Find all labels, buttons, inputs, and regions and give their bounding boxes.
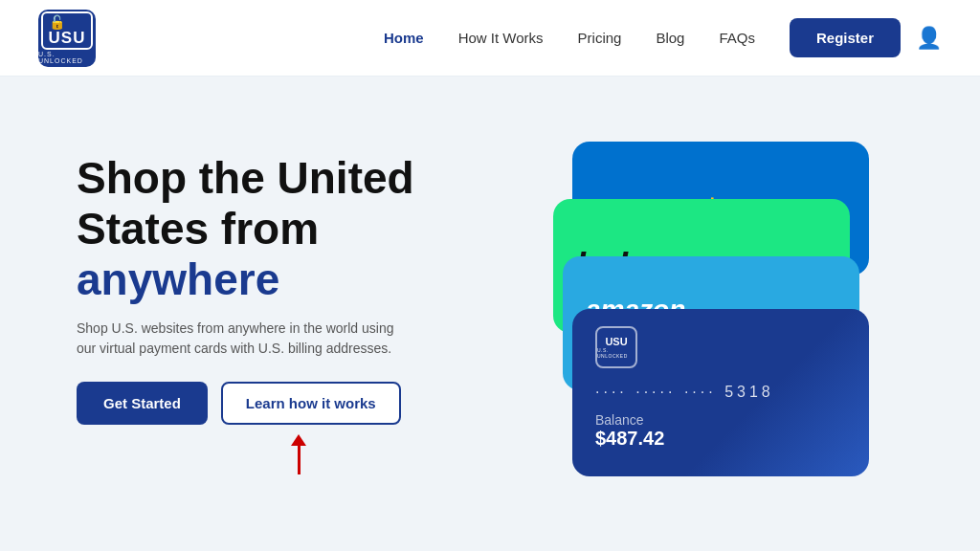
hero-right: Walmart ✳ hulu amazon 〜 USU U.S. UNLOCKE… <box>509 77 903 551</box>
navbar: 🔓 USU U.S. UNLOCKED Home How It Works Pr… <box>0 0 980 77</box>
logo-subtext: U.S. UNLOCKED <box>38 51 96 64</box>
get-started-button[interactable]: Get Started <box>77 382 208 425</box>
hero-buttons: Get Started Learn how it works <box>77 382 471 425</box>
nav-item-home[interactable]: Home <box>384 30 424 47</box>
nav-links: Home How It Works Pricing Blog FAQs <box>384 30 755 47</box>
logo-box: 🔓 USU U.S. UNLOCKED <box>38 10 96 67</box>
user-icon[interactable]: 👤 <box>916 26 942 51</box>
usu-card-logo-sub: U.S. UNLOCKED <box>597 347 635 359</box>
card-number: ···· ····· ···· 5318 <box>595 384 774 401</box>
nav-right: Register 👤 <box>790 18 942 57</box>
logo-text: USU <box>49 30 86 46</box>
hero-headline-line2: States from <box>77 204 319 253</box>
nav-item-pricing[interactable]: Pricing <box>578 30 622 47</box>
nav-link-faqs[interactable]: FAQs <box>719 30 755 46</box>
nav-link-blog[interactable]: Blog <box>656 30 684 46</box>
hero-headline-anywhere: anywhere <box>77 254 279 304</box>
usu-card-logo-text: USU <box>605 336 627 347</box>
hero-description: Shop U.S. websites from anywhere in the … <box>77 319 402 359</box>
arrow-indicator <box>126 434 471 474</box>
learn-how-button[interactable]: Learn how it works <box>221 382 401 425</box>
card-balance-amount: $487.42 <box>595 428 664 450</box>
usu-card-logo: USU U.S. UNLOCKED <box>595 326 637 368</box>
logo-ring: 🔓 USU <box>41 11 94 50</box>
card-balance-label: Balance <box>595 412 644 428</box>
nav-item-blog[interactable]: Blog <box>656 30 684 47</box>
nav-item-faqs[interactable]: FAQs <box>719 30 755 47</box>
nav-link-how-it-works[interactable]: How It Works <box>458 30 544 46</box>
hero-section: Shop the United States from anywhere Sho… <box>0 77 980 551</box>
hero-headline: Shop the United States from anywhere <box>77 153 471 305</box>
lock-icon: 🔓 <box>49 15 86 29</box>
nav-link-home[interactable]: Home <box>384 30 424 46</box>
usu-card: USU U.S. UNLOCKED ···· ····· ···· 5318 B… <box>572 309 869 476</box>
nav-link-pricing[interactable]: Pricing <box>578 30 622 46</box>
register-button[interactable]: Register <box>790 18 901 57</box>
hero-left: Shop the United States from anywhere Sho… <box>77 153 509 474</box>
nav-item-how-it-works[interactable]: How It Works <box>458 30 544 47</box>
hero-headline-line1: Shop the United <box>77 153 414 203</box>
logo[interactable]: 🔓 USU U.S. UNLOCKED <box>38 10 96 67</box>
cards-stack: Walmart ✳ hulu amazon 〜 USU U.S. UNLOCKE… <box>544 142 869 486</box>
arrow-line <box>298 446 301 474</box>
arrow-up-icon <box>291 434 306 446</box>
